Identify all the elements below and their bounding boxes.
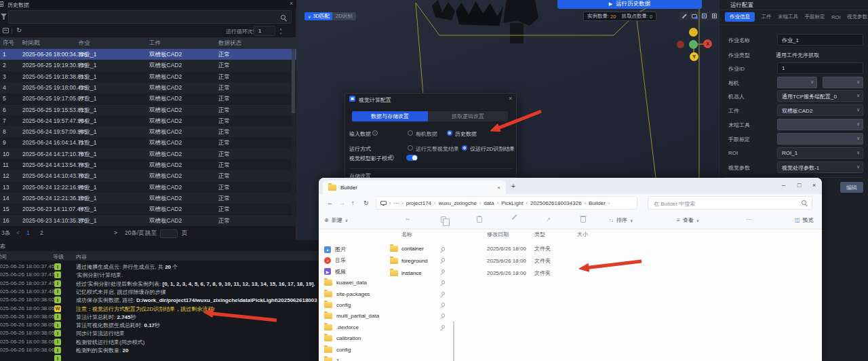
gizmo-axis-y[interactable]: Y [690, 52, 698, 61]
tab-data-storage[interactable]: 数据与存储设置 [352, 111, 428, 121]
config-tab-1[interactable]: 作业信息 [725, 12, 755, 22]
close-icon[interactable]: × [509, 96, 512, 102]
table-row[interactable]: 152025-06-23 14:11:07.447作业_1双槽板CAD2正常 [0, 204, 296, 214]
field-select[interactable]: ROI_1∨ [777, 147, 863, 159]
field-select[interactable]: ∨ [823, 77, 863, 88]
gizmo-center[interactable] [689, 40, 698, 49]
refresh-icon[interactable]: ↻ [363, 200, 369, 206]
field-select[interactable]: ∨ [777, 77, 817, 88]
sidebar-item-multi_partial_data[interactable]: multi_partial_data [324, 311, 450, 321]
close-window-button[interactable]: × [812, 182, 816, 189]
new-tab-button[interactable]: + [511, 183, 515, 190]
history-search-input[interactable] [8, 10, 292, 24]
view-button[interactable]: ≡查看∨ [677, 216, 699, 224]
table-row[interactable]: 22025-06-25 19:19:30.939作业_1双槽板CAD2正常 [0, 60, 296, 71]
refresh-icon[interactable]: ↻ [16, 26, 22, 34]
breadcrumb-item[interactable]: wuxu_zixingche [438, 200, 476, 206]
table-row[interactable]: 112025-06-24 14:13:54.743作业_1双槽板CAD2正常 [0, 159, 296, 170]
field-input[interactable]: 作业_1 [777, 34, 863, 45]
sidebar-item-1[interactable]: 1 [324, 356, 450, 361]
radio-2d-only-label[interactable]: 仅运行2D识别结果 [470, 145, 515, 153]
sidebar-item-kuawei_data[interactable]: kuawei_data [324, 278, 450, 288]
delete-icon[interactable] [580, 216, 586, 223]
loop-count-input[interactable]: 1 [254, 26, 275, 36]
shadow-mode-toggle[interactable] [406, 155, 418, 161]
forward-icon[interactable]: → [339, 200, 345, 206]
scrollbar-thumb[interactable] [292, 49, 295, 113]
gizmo-axis-left[interactable] [677, 41, 684, 48]
table-row[interactable]: 92025-06-24 16:04:14.717作业_1双槽板CAD2正常 [0, 137, 296, 148]
breadcrumb-item[interactable]: Builder [589, 200, 606, 206]
camera-view-button[interactable] [690, 12, 698, 20]
table-row[interactable]: 32025-06-25 19:18:38.813作业_1双槽板CAD2正常 [0, 71, 296, 82]
table-row[interactable]: 122025-06-24 14:10:43.702作业_1双槽板CAD2正常 [0, 170, 296, 181]
table-row[interactable]: 162025-06-23 14:10:35.370作业_1双槽板CAD2正常 [0, 215, 296, 226]
table-row[interactable]: 52025-06-25 19:17:05.077作业_1双槽板CAD2正常 [0, 93, 296, 104]
file-row-container[interactable]: container2025/6/26 18:00文件夹 [319, 243, 698, 254]
filter-icon[interactable] [1, 14, 7, 20]
radio-camera-data[interactable] [408, 130, 413, 136]
close-icon[interactable]: × [290, 1, 293, 7]
field-select[interactable]: 双槽板CAD2∨ [777, 104, 863, 116]
box-view-button[interactable] [700, 12, 709, 20]
config-tab-4[interactable]: 手眼标定 [805, 14, 825, 20]
tab-grasp-logic[interactable]: 抓取逻辑设置 [428, 111, 508, 121]
radio-2d-only[interactable] [462, 145, 467, 151]
2d-recognition-button[interactable]: 2D识别 [332, 12, 356, 20]
radio-full-vision-label[interactable]: 运行完整视觉结果 [416, 145, 459, 153]
per-page-label[interactable]: 20条/页 [125, 229, 144, 238]
sidebar-item-config[interactable]: config [324, 300, 450, 310]
column-date[interactable]: 修改日期 [487, 231, 509, 238]
gizmo-axis-top[interactable] [689, 28, 698, 37]
paste-icon[interactable] [477, 216, 482, 223]
breadcrumb-item[interactable]: project174 [406, 200, 431, 206]
column-name[interactable]: 名称 [401, 231, 412, 238]
up-icon[interactable]: ↑ [351, 200, 355, 206]
sidebar-item-site-packages[interactable]: site-packages [324, 289, 450, 299]
preview-button[interactable]: ◫预览 [795, 216, 814, 224]
radio-history-data-label[interactable]: 历史数据 [455, 130, 477, 138]
maximize-button[interactable]: □ [797, 182, 801, 189]
file-row-instance[interactable]: instance2025/6/26 18:00文件夹 [319, 267, 698, 279]
table-row[interactable]: 42025-06-25 19:18:00.429作业_1双槽板CAD2正常 [0, 82, 296, 93]
jump-page-input[interactable] [160, 229, 178, 238]
sidebar-item-.dexforce[interactable]: .dexforce [324, 322, 450, 332]
breadcrumb[interactable]: ›⋯›project174›wuxu_zixingche›data›PickLi… [376, 196, 637, 210]
back-icon[interactable]: ← [327, 200, 333, 206]
minimize-button[interactable]: – [782, 182, 785, 189]
field-select[interactable]: 视觉处理参数-1∨ [777, 162, 863, 173]
field-select[interactable]: ∨ [777, 119, 863, 130]
table-row[interactable]: 72025-06-24 19:57:47.964作业_1双槽板CAD2正常 [0, 115, 296, 126]
config-tab-3[interactable]: 末端工具 [778, 14, 798, 20]
prev-page-button[interactable]: < [16, 229, 20, 236]
table-row[interactable]: 62025-06-25 19:15:53.813作业_1双槽板CAD2正常 [0, 104, 296, 115]
breadcrumb-item[interactable]: data [484, 200, 494, 206]
sort-button[interactable]: ↑↓排序∨ [609, 216, 633, 224]
radio-history-data[interactable] [447, 130, 452, 136]
sidebar-item-config[interactable]: config [324, 345, 450, 355]
run-history-data-button[interactable]: ▶ 运行历史数据 [557, 0, 702, 9]
rename-icon[interactable] [511, 216, 517, 218]
measure-tool-button[interactable] [679, 12, 688, 20]
breadcrumb-item[interactable]: PickLight [501, 200, 523, 206]
table-row[interactable]: 12025-06-26 18:00:34.326作业_1双槽板CAD2正常 [0, 49, 296, 60]
edit-button[interactable]: 编辑 [840, 182, 863, 193]
config-tab-2[interactable]: 工件 [762, 14, 772, 20]
column-size[interactable]: 大小 [577, 231, 588, 238]
config-tab-5[interactable]: ROI [831, 14, 840, 20]
breadcrumb-item[interactable]: 20250626180034326 [530, 200, 582, 206]
archive-icon[interactable] [3, 28, 9, 33]
sidebar-item-calibration[interactable]: calibration [324, 333, 450, 343]
column-type[interactable]: 类型 [534, 231, 545, 238]
explorer-tab-builder[interactable]: Builder × [323, 180, 506, 194]
config-tab-6[interactable]: 视觉参数 [847, 14, 867, 20]
3d-match-button[interactable]: ∨ 3D匹配 [304, 12, 333, 20]
explorer-search-input[interactable]: 在 Builder 中搜索 [648, 196, 812, 210]
close-tab-icon[interactable]: × [497, 185, 500, 191]
field-input[interactable]: 1 [777, 62, 863, 74]
table-row[interactable]: 102025-06-24 14:17:10.767作业_1双槽板CAD2正常 [0, 149, 296, 159]
field-select[interactable]: 通用TCP服务端配置_0∨ [777, 90, 863, 102]
radio-full-vision[interactable] [408, 145, 413, 151]
next-page-button[interactable]: > [114, 229, 117, 236]
file-row-foreground[interactable]: foreground2025/6/26 18:00文件夹 [319, 255, 698, 267]
